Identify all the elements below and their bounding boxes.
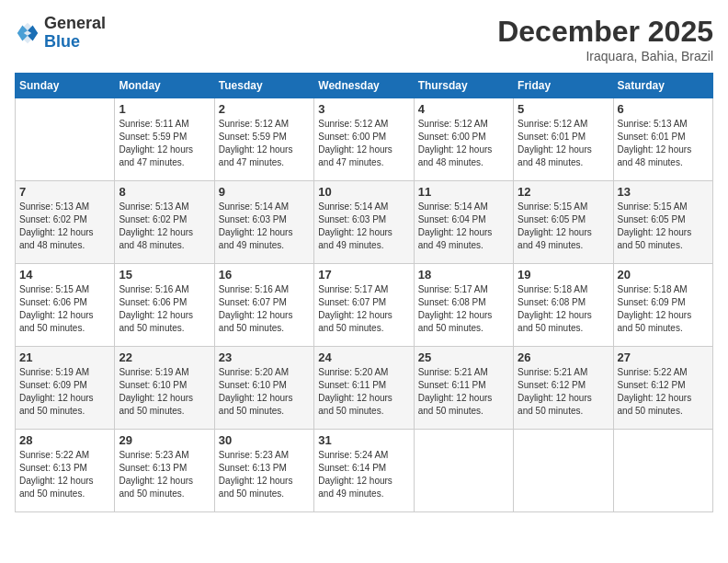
day-number: 27: [618, 350, 709, 364]
day-number: 5: [518, 102, 609, 116]
calendar-week-row: 28Sunrise: 5:22 AM Sunset: 6:13 PM Dayli…: [16, 430, 713, 512]
day-info: Sunrise: 5:18 AM Sunset: 6:08 PM Dayligh…: [518, 283, 609, 335]
location-text: Iraquara, Bahia, Brazil: [497, 49, 713, 63]
day-info: Sunrise: 5:23 AM Sunset: 6:13 PM Dayligh…: [219, 449, 310, 500]
day-info: Sunrise: 5:16 AM Sunset: 6:07 PM Dayligh…: [219, 283, 310, 335]
calendar-week-row: 14Sunrise: 5:15 AM Sunset: 6:06 PM Dayli…: [16, 264, 713, 347]
calendar-cell: 21Sunrise: 5:19 AM Sunset: 6:09 PM Dayli…: [16, 347, 115, 430]
weekday-header-wednesday: Wednesday: [314, 74, 414, 98]
calendar-cell: 2Sunrise: 5:12 AM Sunset: 5:59 PM Daylig…: [214, 98, 313, 181]
day-number: 7: [19, 185, 110, 199]
day-number: 18: [418, 268, 509, 282]
day-info: Sunrise: 5:22 AM Sunset: 6:12 PM Dayligh…: [618, 366, 709, 418]
calendar-cell: 18Sunrise: 5:17 AM Sunset: 6:08 PM Dayli…: [414, 264, 513, 347]
day-number: 8: [119, 185, 210, 199]
calendar-cell: [613, 430, 712, 512]
day-info: Sunrise: 5:13 AM Sunset: 6:01 PM Dayligh…: [618, 118, 709, 169]
logo-icon: [15, 20, 40, 46]
logo-general-text: General: [44, 14, 106, 32]
calendar-cell: 5Sunrise: 5:12 AM Sunset: 6:01 PM Daylig…: [514, 98, 613, 181]
day-number: 15: [119, 268, 210, 282]
day-number: 12: [518, 185, 609, 199]
day-info: Sunrise: 5:24 AM Sunset: 6:14 PM Dayligh…: [318, 449, 409, 500]
day-number: 28: [19, 433, 110, 447]
calendar-cell: [16, 98, 115, 181]
calendar-week-row: 1Sunrise: 5:11 AM Sunset: 5:59 PM Daylig…: [16, 98, 713, 181]
calendar-cell: 24Sunrise: 5:20 AM Sunset: 6:11 PM Dayli…: [314, 347, 414, 430]
calendar-cell: 31Sunrise: 5:24 AM Sunset: 6:14 PM Dayli…: [314, 430, 414, 512]
day-number: 10: [318, 185, 409, 199]
day-info: Sunrise: 5:17 AM Sunset: 6:08 PM Dayligh…: [418, 283, 509, 335]
calendar-cell: 11Sunrise: 5:14 AM Sunset: 6:04 PM Dayli…: [414, 181, 513, 264]
day-info: Sunrise: 5:12 AM Sunset: 6:00 PM Dayligh…: [418, 118, 509, 169]
calendar-cell: 16Sunrise: 5:16 AM Sunset: 6:07 PM Dayli…: [214, 264, 313, 347]
day-number: 11: [418, 185, 509, 199]
calendar-cell: 15Sunrise: 5:16 AM Sunset: 6:06 PM Dayli…: [115, 264, 214, 347]
calendar-cell: [414, 430, 513, 512]
day-info: Sunrise: 5:21 AM Sunset: 6:12 PM Dayligh…: [518, 366, 609, 418]
day-number: 30: [219, 433, 310, 447]
calendar-cell: 1Sunrise: 5:11 AM Sunset: 5:59 PM Daylig…: [115, 98, 214, 181]
day-info: Sunrise: 5:12 AM Sunset: 6:00 PM Dayligh…: [318, 118, 409, 169]
calendar-cell: 14Sunrise: 5:15 AM Sunset: 6:06 PM Dayli…: [16, 264, 115, 347]
day-info: Sunrise: 5:14 AM Sunset: 6:03 PM Dayligh…: [318, 201, 409, 252]
day-number: 25: [418, 350, 509, 364]
day-info: Sunrise: 5:20 AM Sunset: 6:10 PM Dayligh…: [219, 366, 310, 418]
page-header: General Blue December 2025 Iraquara, Bah…: [15, 15, 713, 63]
calendar-cell: 25Sunrise: 5:21 AM Sunset: 6:11 PM Dayli…: [414, 347, 513, 430]
day-number: 17: [318, 268, 409, 282]
day-info: Sunrise: 5:12 AM Sunset: 5:59 PM Dayligh…: [219, 118, 310, 169]
day-number: 23: [219, 350, 310, 364]
calendar-cell: 19Sunrise: 5:18 AM Sunset: 6:08 PM Dayli…: [514, 264, 613, 347]
day-info: Sunrise: 5:12 AM Sunset: 6:01 PM Dayligh…: [518, 118, 609, 169]
day-number: 14: [19, 268, 110, 282]
weekday-header-thursday: Thursday: [414, 74, 513, 98]
day-number: 24: [318, 350, 409, 364]
calendar-cell: [514, 430, 613, 512]
calendar-cell: 20Sunrise: 5:18 AM Sunset: 6:09 PM Dayli…: [613, 264, 712, 347]
day-info: Sunrise: 5:19 AM Sunset: 6:10 PM Dayligh…: [119, 366, 210, 418]
calendar-cell: 7Sunrise: 5:13 AM Sunset: 6:02 PM Daylig…: [16, 181, 115, 264]
logo-blue-text: Blue: [44, 32, 80, 51]
day-info: Sunrise: 5:21 AM Sunset: 6:11 PM Dayligh…: [418, 366, 509, 418]
weekday-header-sunday: Sunday: [16, 74, 115, 98]
day-info: Sunrise: 5:23 AM Sunset: 6:13 PM Dayligh…: [119, 449, 210, 500]
calendar-cell: 4Sunrise: 5:12 AM Sunset: 6:00 PM Daylig…: [414, 98, 513, 181]
day-number: 22: [119, 350, 210, 364]
calendar-cell: 17Sunrise: 5:17 AM Sunset: 6:07 PM Dayli…: [314, 264, 414, 347]
calendar-cell: 10Sunrise: 5:14 AM Sunset: 6:03 PM Dayli…: [314, 181, 414, 264]
day-number: 31: [318, 433, 409, 447]
day-info: Sunrise: 5:16 AM Sunset: 6:06 PM Dayligh…: [119, 283, 210, 335]
calendar-header-row: SundayMondayTuesdayWednesdayThursdayFrid…: [16, 74, 713, 98]
day-number: 20: [618, 268, 709, 282]
day-number: 4: [418, 102, 509, 116]
day-info: Sunrise: 5:14 AM Sunset: 6:03 PM Dayligh…: [219, 201, 310, 252]
day-info: Sunrise: 5:19 AM Sunset: 6:09 PM Dayligh…: [19, 366, 110, 418]
day-info: Sunrise: 5:14 AM Sunset: 6:04 PM Dayligh…: [418, 201, 509, 252]
month-title: December 2025: [497, 15, 713, 49]
day-info: Sunrise: 5:18 AM Sunset: 6:09 PM Dayligh…: [618, 283, 709, 335]
calendar-cell: 23Sunrise: 5:20 AM Sunset: 6:10 PM Dayli…: [214, 347, 313, 430]
calendar-cell: 9Sunrise: 5:14 AM Sunset: 6:03 PM Daylig…: [214, 181, 313, 264]
day-info: Sunrise: 5:17 AM Sunset: 6:07 PM Dayligh…: [318, 283, 409, 335]
day-number: 19: [518, 268, 609, 282]
calendar-cell: 26Sunrise: 5:21 AM Sunset: 6:12 PM Dayli…: [514, 347, 613, 430]
day-number: 2: [219, 102, 310, 116]
calendar-cell: 29Sunrise: 5:23 AM Sunset: 6:13 PM Dayli…: [115, 430, 214, 512]
calendar-cell: 3Sunrise: 5:12 AM Sunset: 6:00 PM Daylig…: [314, 98, 414, 181]
day-number: 26: [518, 350, 609, 364]
day-number: 3: [318, 102, 409, 116]
day-info: Sunrise: 5:15 AM Sunset: 6:05 PM Dayligh…: [618, 201, 709, 252]
day-number: 21: [19, 350, 110, 364]
calendar-table: SundayMondayTuesdayWednesdayThursdayFrid…: [15, 73, 713, 512]
title-block: December 2025 Iraquara, Bahia, Brazil: [497, 15, 713, 63]
day-info: Sunrise: 5:13 AM Sunset: 6:02 PM Dayligh…: [119, 201, 210, 252]
day-info: Sunrise: 5:15 AM Sunset: 6:06 PM Dayligh…: [19, 283, 110, 335]
calendar-cell: 6Sunrise: 5:13 AM Sunset: 6:01 PM Daylig…: [613, 98, 712, 181]
weekday-header-saturday: Saturday: [613, 74, 712, 98]
calendar-week-row: 21Sunrise: 5:19 AM Sunset: 6:09 PM Dayli…: [16, 347, 713, 430]
calendar-cell: 8Sunrise: 5:13 AM Sunset: 6:02 PM Daylig…: [115, 181, 214, 264]
calendar-cell: 13Sunrise: 5:15 AM Sunset: 6:05 PM Dayli…: [613, 181, 712, 264]
day-info: Sunrise: 5:13 AM Sunset: 6:02 PM Dayligh…: [19, 201, 110, 252]
day-number: 6: [618, 102, 709, 116]
